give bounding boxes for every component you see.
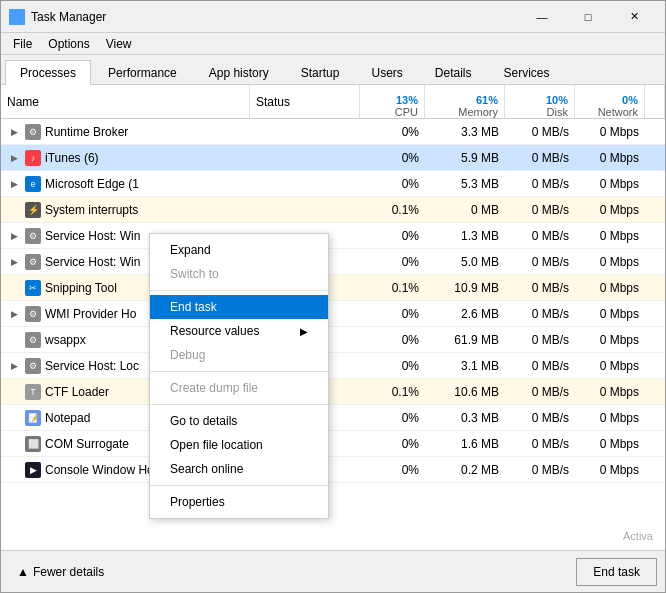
cell-cpu: 0% <box>360 437 425 451</box>
svg-rect-1 <box>18 10 24 16</box>
context-menu-item[interactable]: Resource values▶ <box>150 319 328 343</box>
col-cpu[interactable]: 13% CPU <box>360 85 425 118</box>
menu-view[interactable]: View <box>98 35 140 53</box>
process-icon: ▶ <box>25 462 41 478</box>
tab-users[interactable]: Users <box>356 60 417 85</box>
expand-arrow <box>7 437 21 451</box>
cell-network: 0 Mbps <box>575 333 645 347</box>
close-button[interactable]: ✕ <box>611 1 657 33</box>
expand-arrow: ▶ <box>7 359 21 373</box>
process-icon: ⚙ <box>25 332 41 348</box>
cell-disk: 0 MB/s <box>505 281 575 295</box>
process-name: Microsoft Edge (1 <box>45 177 244 191</box>
table-row[interactable]: ▶ ⚙ Service Host: Win 0% 5.0 MB 0 MB/s 0… <box>1 249 665 275</box>
table-row[interactable]: ▶ ⚙ Runtime Broker 0% 3.3 MB 0 MB/s 0 Mb… <box>1 119 665 145</box>
expand-arrow: ▶ <box>7 125 21 139</box>
process-table[interactable]: ▶ ⚙ Runtime Broker 0% 3.3 MB 0 MB/s 0 Mb… <box>1 119 665 550</box>
tab-processes[interactable]: Processes <box>5 60 91 85</box>
app-icon <box>9 9 25 25</box>
table-row[interactable]: ⬜ COM Surrogate 0% 1.6 MB 0 MB/s 0 Mbps <box>1 431 665 457</box>
tab-app-history[interactable]: App history <box>194 60 284 85</box>
table-row[interactable]: ▶ ♪ iTunes (6) 0% 5.9 MB 0 MB/s 0 Mbps <box>1 145 665 171</box>
process-icon: ⚡ <box>25 202 41 218</box>
process-icon: e <box>25 176 41 192</box>
context-menu: ExpandSwitch toEnd taskResource values▶D… <box>149 233 329 519</box>
tab-bar: Processes Performance App history Startu… <box>1 55 665 85</box>
context-menu-separator <box>150 404 328 405</box>
cell-memory: 10.6 MB <box>425 385 505 399</box>
context-menu-item[interactable]: Expand <box>150 238 328 262</box>
cell-cpu: 0% <box>360 125 425 139</box>
table-row[interactable]: ⚡ System interrupts 0.1% 0 MB 0 MB/s 0 M… <box>1 197 665 223</box>
cell-name: ▶ ♪ iTunes (6) <box>1 150 250 166</box>
cell-disk: 0 MB/s <box>505 177 575 191</box>
expand-arrow <box>7 281 21 295</box>
cell-cpu: 0.1% <box>360 281 425 295</box>
cell-disk: 0 MB/s <box>505 229 575 243</box>
cell-network: 0 Mbps <box>575 307 645 321</box>
minimize-button[interactable]: — <box>519 1 565 33</box>
cell-cpu: 0% <box>360 411 425 425</box>
menu-options[interactable]: Options <box>40 35 97 53</box>
col-power[interactable] <box>645 85 665 118</box>
window-controls: — □ ✕ <box>519 1 657 33</box>
cell-disk: 0 MB/s <box>505 307 575 321</box>
cell-cpu: 0% <box>360 463 425 477</box>
table-row[interactable]: T CTF Loader 0.1% 10.6 MB 0 MB/s 0 Mbps <box>1 379 665 405</box>
table-row[interactable]: ✂ Snipping Tool 0.1% 10.9 MB 0 MB/s 0 Mb… <box>1 275 665 301</box>
process-icon: ⚙ <box>25 358 41 374</box>
cell-disk: 0 MB/s <box>505 411 575 425</box>
cell-network: 0 Mbps <box>575 281 645 295</box>
cell-cpu: 0% <box>360 333 425 347</box>
svg-rect-2 <box>10 18 16 24</box>
context-menu-item[interactable]: End task <box>150 295 328 319</box>
table-row[interactable]: ▶ ⚙ WMI Provider Ho 0% 2.6 MB 0 MB/s 0 M… <box>1 301 665 327</box>
cell-disk: 0 MB/s <box>505 333 575 347</box>
col-network[interactable]: 0% Network <box>575 85 645 118</box>
table-row[interactable]: ▶ ⚙ Service Host: Win 0% 1.3 MB 0 MB/s 0… <box>1 223 665 249</box>
end-task-button[interactable]: End task <box>576 558 657 586</box>
col-status[interactable]: Status <box>250 85 360 118</box>
expand-arrow: ▶ <box>7 255 21 269</box>
cell-memory: 5.3 MB <box>425 177 505 191</box>
process-icon: ♪ <box>25 150 41 166</box>
table-row[interactable]: ▶ Console Window Host 0% 0.2 MB 0 MB/s 0… <box>1 457 665 483</box>
table-row[interactable]: ⚙ wsappx 0% 61.9 MB 0 MB/s 0 Mbps <box>1 327 665 353</box>
task-manager-window: Task Manager — □ ✕ File Options View Pro… <box>0 0 666 593</box>
col-disk[interactable]: 10% Disk <box>505 85 575 118</box>
tab-startup[interactable]: Startup <box>286 60 355 85</box>
context-menu-item[interactable]: Search online <box>150 457 328 481</box>
context-menu-item[interactable]: Open file location <box>150 433 328 457</box>
cell-memory: 5.9 MB <box>425 151 505 165</box>
cell-network: 0 Mbps <box>575 203 645 217</box>
fewer-details-button[interactable]: ▲ Fewer details <box>9 561 112 583</box>
svg-rect-0 <box>10 10 16 16</box>
cell-disk: 0 MB/s <box>505 203 575 217</box>
col-name[interactable]: Name <box>1 85 250 118</box>
tab-services[interactable]: Services <box>489 60 565 85</box>
cell-cpu: 0.1% <box>360 385 425 399</box>
menu-file[interactable]: File <box>5 35 40 53</box>
expand-arrow <box>7 463 21 477</box>
expand-arrow: ▶ <box>7 229 21 243</box>
expand-arrow: ▶ <box>7 177 21 191</box>
table-row[interactable]: ▶ e Microsoft Edge (1 0% 5.3 MB 0 MB/s 0… <box>1 171 665 197</box>
process-icon: ⚙ <box>25 254 41 270</box>
cell-memory: 61.9 MB <box>425 333 505 347</box>
table-row[interactable]: 📝 Notepad 0% 0.3 MB 0 MB/s 0 Mbps <box>1 405 665 431</box>
cell-memory: 3.1 MB <box>425 359 505 373</box>
context-menu-item[interactable]: Properties <box>150 490 328 514</box>
cell-memory: 10.9 MB <box>425 281 505 295</box>
cell-memory: 2.6 MB <box>425 307 505 321</box>
cell-name: ▶ ⚙ Runtime Broker <box>1 124 250 140</box>
cell-cpu: 0% <box>360 307 425 321</box>
tab-details[interactable]: Details <box>420 60 487 85</box>
title-bar: Task Manager — □ ✕ <box>1 1 665 33</box>
maximize-button[interactable]: □ <box>565 1 611 33</box>
context-menu-item[interactable]: Go to details <box>150 409 328 433</box>
expand-arrow <box>7 385 21 399</box>
tab-performance[interactable]: Performance <box>93 60 192 85</box>
col-memory[interactable]: 61% Memory <box>425 85 505 118</box>
submenu-arrow: ▶ <box>300 326 308 337</box>
table-row[interactable]: ▶ ⚙ Service Host: Loc 0% 3.1 MB 0 MB/s 0… <box>1 353 665 379</box>
